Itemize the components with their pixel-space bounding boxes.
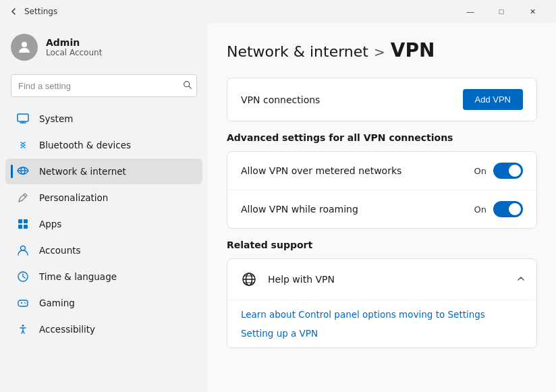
svg-point-19 — [22, 325, 24, 327]
svg-rect-3 — [18, 114, 28, 121]
title-bar: Settings — □ ✕ — [0, 0, 556, 23]
sidebar-item-system-label: System — [39, 113, 73, 124]
sidebar-item-bluetooth[interactable]: Bluetooth & devices — [5, 132, 202, 158]
minimize-button[interactable]: — — [455, 0, 486, 23]
svg-line-7 — [24, 195, 26, 197]
toggle-metered-networks: Allow VPN over metered networks On — [227, 152, 536, 190]
breadcrumb-current: VPN — [391, 39, 435, 61]
user-name: Admin — [46, 37, 102, 48]
time-icon — [16, 270, 30, 283]
search-box — [11, 74, 197, 97]
sidebar-item-network-label: Network & internet — [39, 166, 126, 177]
sidebar-item-bluetooth-label: Bluetooth & devices — [39, 140, 131, 150]
toggle-roaming: Allow VPN while roaming On — [227, 190, 536, 228]
toggle-roaming-switch[interactable] — [493, 201, 523, 217]
bluetooth-icon — [16, 138, 30, 152]
svg-point-18 — [25, 303, 26, 304]
svg-rect-9 — [24, 219, 28, 223]
user-info: Admin Local Account — [46, 37, 102, 57]
svg-rect-11 — [24, 225, 28, 229]
add-vpn-button[interactable]: Add VPN — [463, 89, 523, 110]
support-link-1[interactable]: Learn about Control panel options moving… — [241, 307, 523, 322]
toggle-metered-switch[interactable] — [493, 163, 523, 179]
svg-line-2 — [189, 86, 191, 88]
personalization-icon — [16, 191, 30, 204]
support-header[interactable]: Help with VPN — [227, 259, 536, 300]
toggle-metered-label: Allow VPN over metered networks — [241, 165, 401, 176]
sidebar-item-network[interactable]: Network & internet — [5, 159, 202, 184]
gaming-icon — [16, 296, 30, 310]
app-title: Settings — [24, 7, 449, 16]
sidebar-item-personalization[interactable]: Personalization — [5, 185, 202, 211]
toggle-metered-right: On — [474, 163, 523, 179]
breadcrumb-separator: > — [374, 44, 385, 60]
maximize-button[interactable]: □ — [486, 0, 517, 23]
svg-rect-14 — [18, 300, 28, 306]
network-icon — [16, 165, 30, 178]
sidebar-item-accounts[interactable]: Accounts — [5, 237, 202, 263]
sidebar-item-accessibility-label: Accessibility — [39, 324, 95, 335]
sidebar-item-gaming-label: Gaming — [39, 298, 75, 308]
svg-point-0 — [22, 42, 27, 47]
svg-point-17 — [24, 302, 25, 303]
sidebar: Admin Local Account — [0, 23, 208, 392]
toggle-roaming-status: On — [474, 204, 486, 215]
sidebar-item-time-label: Time & language — [39, 271, 117, 282]
search-input[interactable] — [11, 74, 197, 97]
support-link-2[interactable]: Setting up a VPN — [241, 326, 523, 341]
toggle-roaming-label: Allow VPN while roaming — [241, 204, 358, 215]
support-chevron-icon — [516, 274, 526, 285]
support-links: Learn about Control panel options moving… — [227, 300, 536, 347]
advanced-section-title: Advanced settings for all VPN connection… — [227, 132, 537, 143]
support-header-label: Help with VPN — [268, 274, 335, 285]
content-area: Network & internet > VPN VPN connections… — [208, 23, 556, 392]
vpn-connections-row: VPN connections Add VPN — [227, 78, 536, 121]
sidebar-item-apps[interactable]: Apps — [5, 211, 202, 237]
avatar — [11, 34, 38, 61]
accessibility-icon — [16, 323, 30, 336]
back-button[interactable] — [8, 6, 19, 17]
advanced-settings-card: Allow VPN over metered networks On Allow… — [227, 151, 537, 229]
globe-icon — [238, 269, 260, 290]
search-icon — [183, 80, 192, 91]
svg-rect-8 — [18, 219, 22, 223]
svg-rect-10 — [18, 225, 22, 229]
close-button[interactable]: ✕ — [517, 0, 548, 23]
toggle-metered-status: On — [474, 166, 486, 176]
system-icon — [16, 112, 30, 125]
breadcrumb-parent[interactable]: Network & internet — [227, 43, 368, 60]
user-profile[interactable]: Admin Local Account — [0, 23, 208, 74]
sidebar-item-accessibility[interactable]: Accessibility — [5, 316, 202, 342]
window-controls: — □ ✕ — [455, 0, 548, 23]
toggle-roaming-right: On — [474, 201, 523, 217]
page-header: Network & internet > VPN — [227, 39, 537, 61]
vpn-connections-card: VPN connections Add VPN — [227, 78, 537, 121]
accounts-icon — [16, 244, 30, 257]
vpn-connections-label: VPN connections — [241, 94, 320, 105]
sidebar-item-apps-label: Apps — [39, 219, 61, 229]
user-account-type: Local Account — [46, 48, 102, 57]
related-support-title: Related support — [227, 240, 537, 250]
sidebar-item-accounts-label: Accounts — [39, 245, 81, 256]
sidebar-item-time[interactable]: Time & language — [5, 264, 202, 289]
support-header-left: Help with VPN — [238, 269, 335, 290]
sidebar-item-gaming[interactable]: Gaming — [5, 290, 202, 316]
main-layout: Admin Local Account — [0, 23, 556, 392]
sidebar-item-personalization-label: Personalization — [39, 192, 108, 203]
sidebar-item-system[interactable]: System — [5, 106, 202, 132]
support-card: Help with VPN Learn about Control panel … — [227, 258, 537, 348]
nav-list: System Bluetooth & devices — [0, 105, 208, 343]
apps-icon — [16, 217, 30, 231]
